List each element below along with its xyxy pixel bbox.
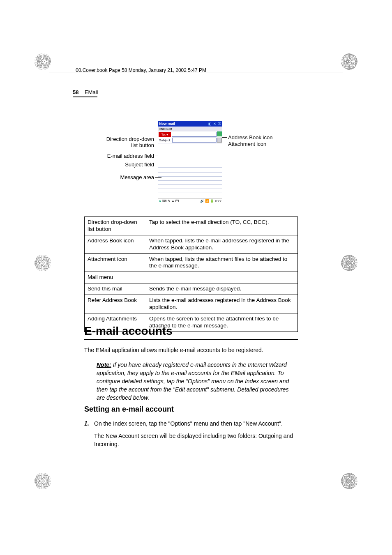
heading-underline <box>84 339 298 340</box>
note-label: Note: <box>97 362 111 368</box>
page-section: EMail <box>85 89 98 95</box>
callout-line <box>221 137 227 138</box>
registration-mark-icon <box>341 473 357 489</box>
device-taskbar: a ⌨ ✎ ▲ 🗔 🔊 📶 🔋 0:27 <box>158 198 222 203</box>
desc-cell: Sends the e-mail message displayed. <box>146 283 298 295</box>
device-title-icons: ◧ ✕ ⓘ <box>208 121 221 127</box>
subject-label: Subject: <box>158 138 171 142</box>
desc-cell: Lists the e-mail addresses registered in… <box>146 295 298 313</box>
book-header-line: 00.Cover.book Page 58 Monday, January 21… <box>76 67 206 73</box>
page-header-underline <box>73 96 97 97</box>
desc-cell: When tapped, lists the e-mail addresses … <box>146 235 298 253</box>
term-cell: Direction drop-down list button <box>85 217 146 235</box>
subject-input[interactable] <box>172 138 217 143</box>
taskbar-clock: 🔊 📶 🔋 0:27 <box>200 199 221 203</box>
table-row: Direction drop-down list button Tap to s… <box>85 217 298 235</box>
registration-mark-icon <box>341 53 357 70</box>
device-titlebar: New mail ◧ ✕ ⓘ <box>158 121 222 127</box>
registration-mark-icon <box>35 255 51 271</box>
step-1: On the Index screen, tap the "Options" m… <box>94 420 297 449</box>
table-row: Attachment icon When tapped, lists the a… <box>85 253 298 272</box>
device-title: New mail <box>159 121 175 127</box>
table-row: Address Book icon When tapped, lists the… <box>85 235 298 253</box>
registration-mark-icon <box>341 255 357 271</box>
table-row: Refer Address Book Lists the e-mail addr… <box>85 295 298 313</box>
heading-setting-account: Setting an e-mail account <box>84 405 174 414</box>
term-cell: Attachment icon <box>85 253 146 272</box>
direction-dropdown-button[interactable]: To: ▾ <box>159 132 171 137</box>
heading-email-accounts: E-mail accounts <box>84 325 173 338</box>
callout-subject-field: Subject field <box>72 161 154 168</box>
message-textarea[interactable] <box>158 143 222 167</box>
intro-paragraph: The EMail application allows multiple e-… <box>84 346 298 355</box>
step-1b: The New Account screen will be displayed… <box>94 432 297 449</box>
definitions-table: Direction drop-down list button Tap to s… <box>84 216 298 332</box>
step-number: 1. <box>84 420 89 427</box>
registration-mark-icon <box>35 473 51 489</box>
callout-line <box>221 144 227 144</box>
callout-attachment-icon: Attachment icon <box>228 141 266 147</box>
note-block: Note: If you have already registered e-m… <box>97 361 298 402</box>
page-header: 58 EMail <box>73 89 98 95</box>
section-cell: Mail menu <box>85 272 298 283</box>
callout-email-address-field: E-mail address field <box>72 153 154 159</box>
callout-message-area: Message area <box>72 174 154 180</box>
device-subject-row: Subject: <box>158 137 222 143</box>
note-text: If you have already registered e-mail ac… <box>97 362 289 401</box>
taskbar-app-icon: a <box>159 199 161 203</box>
callout-direction-dropdown: Direction drop-downlist button <box>72 136 154 148</box>
device-menubar: Mail Edit <box>158 127 222 131</box>
page-number: 58 <box>73 89 78 95</box>
table-row: Send this mail Sends the e-mail message … <box>85 283 298 295</box>
device-to-row: To: ▾ <box>158 131 222 137</box>
term-cell: Address Book icon <box>85 235 146 253</box>
table-row: Mail menu <box>85 272 298 283</box>
term-cell: Send this mail <box>85 283 146 295</box>
step-1a: On the Index screen, tap the "Options" m… <box>94 420 297 428</box>
attachment-icon[interactable] <box>217 138 222 143</box>
callout-address-book-icon: Address Book icon <box>228 134 272 140</box>
registration-mark-icon <box>35 53 51 70</box>
device-scratch-area <box>158 167 222 197</box>
desc-cell: When tapped, lists the attachment files … <box>146 253 298 272</box>
email-address-input[interactable] <box>172 132 217 137</box>
term-cell: Refer Address Book <box>85 295 146 313</box>
address-book-icon[interactable] <box>217 131 222 136</box>
device-mockup: New mail ◧ ✕ ⓘ Mail Edit To: ▾ Subject: <box>158 121 222 203</box>
new-mail-diagram: Direction drop-downlist button E-mail ad… <box>84 121 298 207</box>
desc-cell: Tap to select the e-mail direction (TO, … <box>146 217 298 235</box>
